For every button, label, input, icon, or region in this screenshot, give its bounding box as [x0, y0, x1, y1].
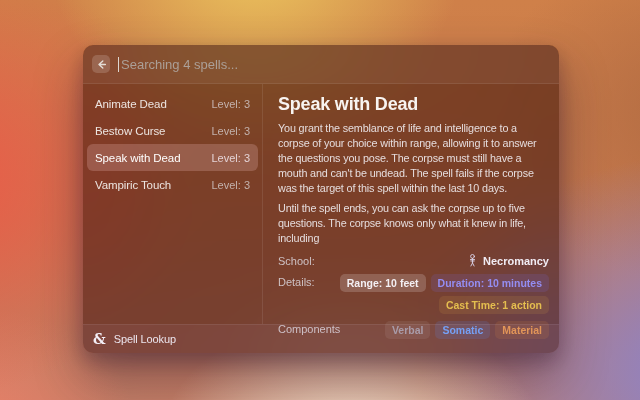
app-name: Spell Lookup: [114, 333, 176, 345]
spell-name: Animate Dead: [95, 98, 167, 110]
window-body: Animate DeadLevel: 3Bestow CurseLevel: 3…: [83, 84, 559, 324]
badge: Range: 10 feet: [340, 274, 426, 292]
badge-line: Range: 10 feetDuration: 10 minutes: [340, 274, 549, 292]
spell-name: Speak with Dead: [95, 152, 180, 164]
spell-lookup-window: Animate DeadLevel: 3Bestow CurseLevel: 3…: [83, 45, 559, 353]
spell-title: Speak with Dead: [278, 93, 549, 116]
spell-level: Level: 3: [211, 125, 250, 137]
spell-level: Level: 3: [211, 98, 250, 110]
arrow-left-icon: [96, 59, 107, 70]
text-cursor: [118, 57, 119, 72]
badge-line: Cast Time: 1 action: [439, 296, 549, 314]
spell-name: Bestow Curse: [95, 125, 165, 137]
back-button[interactable]: [92, 55, 110, 73]
badge: Cast Time: 1 action: [439, 296, 549, 314]
skeleton-icon: [467, 254, 478, 267]
list-item[interactable]: Vampiric TouchLevel: 3: [87, 171, 258, 198]
badge: Duration: 10 minutes: [431, 274, 549, 292]
details-badges: Range: 10 feetDuration: 10 minutesCast T…: [340, 274, 549, 314]
list-item[interactable]: Speak with DeadLevel: 3: [87, 144, 258, 171]
details-label: Details:: [278, 274, 315, 288]
search-bar: [83, 45, 559, 84]
description-paragraph: Until the spell ends, you can ask the co…: [278, 201, 549, 246]
description-paragraph: You grant the semblance of life and inte…: [278, 121, 549, 196]
school-label: School:: [278, 253, 315, 267]
dnd-ampersand-icon: &: [93, 332, 106, 346]
spell-list: Animate DeadLevel: 3Bestow CurseLevel: 3…: [83, 84, 263, 324]
list-item[interactable]: Animate DeadLevel: 3: [87, 90, 258, 117]
list-item[interactable]: Bestow CurseLevel: 3: [87, 117, 258, 144]
spell-level: Level: 3: [211, 179, 250, 191]
school-value: Necromancy: [467, 253, 549, 267]
school-name: Necromancy: [483, 255, 549, 267]
desktop: Animate DeadLevel: 3Bestow CurseLevel: 3…: [0, 0, 640, 400]
details-row: Details: Range: 10 feetDuration: 10 minu…: [278, 274, 549, 314]
spell-description: You grant the semblance of life and inte…: [278, 121, 549, 246]
spell-detail-panel: Speak with Dead You grant the semblance …: [263, 84, 559, 324]
spell-level: Level: 3: [211, 152, 250, 164]
school-row: School: Necromancy: [278, 253, 549, 267]
spell-name: Vampiric Touch: [95, 179, 171, 191]
window-footer: & Spell Lookup: [83, 324, 559, 353]
search-input[interactable]: [121, 57, 550, 72]
